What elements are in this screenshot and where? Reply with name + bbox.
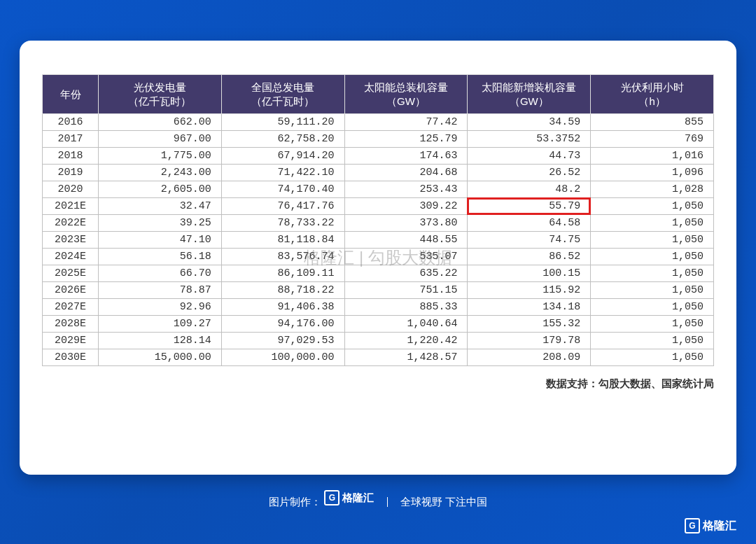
col-header: 光伏发电量（亿千瓦时） xyxy=(99,75,222,114)
value-cell: 62,758.20 xyxy=(221,131,344,148)
value-cell: 59,111.20 xyxy=(221,114,344,131)
value-cell: 1,050 xyxy=(591,333,714,349)
value-cell: 32.47 xyxy=(99,198,222,215)
year-cell: 2018 xyxy=(43,148,99,165)
value-cell: 1,428.57 xyxy=(344,349,468,366)
tagline: 全球视野 下注中国 xyxy=(400,496,487,508)
value-cell: 109.27 xyxy=(99,316,222,333)
logo-icon xyxy=(685,518,700,533)
col-header: 太阳能总装机容量（GW） xyxy=(344,75,468,114)
value-cell: 78,733.22 xyxy=(221,215,344,232)
value-cell: 1,040.64 xyxy=(344,316,468,333)
year-cell: 2017 xyxy=(43,131,99,148)
credit-label: 图片制作： xyxy=(269,496,321,508)
divider xyxy=(387,497,388,507)
value-cell: 1,016 xyxy=(591,148,714,165)
year-cell: 2030E xyxy=(43,349,99,366)
table-row: 2026E78.8788,718.22751.15115.921,050 xyxy=(43,282,714,299)
value-cell: 885.33 xyxy=(344,299,468,316)
value-cell: 56.18 xyxy=(99,249,222,265)
value-cell: 1,050 xyxy=(591,265,714,282)
table-row: 20202,605.0074,170.40253.4348.21,028 xyxy=(43,181,714,198)
value-cell: 855 xyxy=(591,114,714,131)
table-row: 2016662.0059,111.2077.4234.59855 xyxy=(43,114,714,131)
value-cell: 15,000.00 xyxy=(99,349,222,366)
value-cell: 1,096 xyxy=(591,165,714,181)
table-row: 2025E66.7086,109.11635.22100.151,050 xyxy=(43,265,714,282)
value-cell: 662.00 xyxy=(99,114,222,131)
value-cell: 86.52 xyxy=(468,249,591,265)
value-cell: 94,176.00 xyxy=(221,316,344,333)
year-cell: 2027E xyxy=(43,299,99,316)
value-cell: 100,000.00 xyxy=(221,349,344,366)
value-cell: 77.42 xyxy=(344,114,468,131)
value-cell: 208.09 xyxy=(468,349,591,366)
value-cell: 67,914.20 xyxy=(221,148,344,165)
value-cell: 128.14 xyxy=(99,333,222,349)
year-cell: 2020 xyxy=(43,181,99,198)
value-cell: 100.15 xyxy=(468,265,591,282)
table-row: 2023E47.1081,118.84448.5574.751,050 xyxy=(43,232,714,249)
value-cell: 78.87 xyxy=(99,282,222,299)
value-cell: 1,050 xyxy=(591,198,714,215)
year-cell: 2016 xyxy=(43,114,99,131)
col-header: 太阳能新增装机容量（GW） xyxy=(468,75,591,114)
value-cell: 55.79 xyxy=(468,198,591,215)
footer-bar: 图片制作： 格隆汇 全球视野 下注中国 xyxy=(0,490,756,509)
value-cell: 1,775.00 xyxy=(99,148,222,165)
value-cell: 97,029.53 xyxy=(221,333,344,349)
value-cell: 309.22 xyxy=(344,198,468,215)
col-header: 全国总发电量（亿千瓦时） xyxy=(221,75,344,114)
table-row: 2030E15,000.00100,000.001,428.57208.091,… xyxy=(43,349,714,366)
value-cell: 39.25 xyxy=(99,215,222,232)
value-cell: 2,605.00 xyxy=(99,181,222,198)
value-cell: 81,118.84 xyxy=(221,232,344,249)
year-cell: 2025E xyxy=(43,265,99,282)
value-cell: 53.3752 xyxy=(468,131,591,148)
corner-logo: 格隆汇 xyxy=(685,518,736,533)
data-source-label: 数据支持：勾股大数据、国家统计局 xyxy=(42,377,714,391)
value-cell: 253.43 xyxy=(344,181,468,198)
value-cell: 34.59 xyxy=(468,114,591,131)
value-cell: 2,243.00 xyxy=(99,165,222,181)
value-cell: 373.80 xyxy=(344,215,468,232)
value-cell: 1,220.42 xyxy=(344,333,468,349)
value-cell: 47.10 xyxy=(99,232,222,249)
value-cell: 74,170.40 xyxy=(221,181,344,198)
page-root: 年份光伏发电量（亿千瓦时）全国总发电量（亿千瓦时）太阳能总装机容量（GW）太阳能… xyxy=(0,0,756,544)
col-header: 年份 xyxy=(43,75,99,114)
value-cell: 769 xyxy=(591,131,714,148)
table-row: 2029E128.1497,029.531,220.42179.781,050 xyxy=(43,333,714,349)
value-cell: 71,422.10 xyxy=(221,165,344,181)
value-cell: 1,028 xyxy=(591,181,714,198)
col-header: 光伏利用小时（h） xyxy=(591,75,714,114)
table-row: 2027E92.9691,406.38885.33134.181,050 xyxy=(43,299,714,316)
value-cell: 134.18 xyxy=(468,299,591,316)
logo-icon xyxy=(324,490,340,505)
year-cell: 2029E xyxy=(43,333,99,349)
value-cell: 751.15 xyxy=(344,282,468,299)
table-row: 2024E56.1883,576.74535.0786.521,050 xyxy=(43,249,714,265)
year-cell: 2019 xyxy=(43,165,99,181)
content-panel: 年份光伏发电量（亿千瓦时）全国总发电量（亿千瓦时）太阳能总装机容量（GW）太阳能… xyxy=(20,41,736,475)
value-cell: 1,050 xyxy=(591,215,714,232)
value-cell: 26.52 xyxy=(468,165,591,181)
value-cell: 91,406.38 xyxy=(221,299,344,316)
value-cell: 92.96 xyxy=(99,299,222,316)
table-row: 20181,775.0067,914.20174.6344.731,016 xyxy=(43,148,714,165)
brand-logo: 格隆汇 xyxy=(324,490,374,505)
value-cell: 125.79 xyxy=(344,131,468,148)
table-header: 年份光伏发电量（亿千瓦时）全国总发电量（亿千瓦时）太阳能总装机容量（GW）太阳能… xyxy=(43,75,714,114)
brand-name: 格隆汇 xyxy=(342,491,374,505)
value-cell: 174.63 xyxy=(344,148,468,165)
year-cell: 2023E xyxy=(43,232,99,249)
value-cell: 44.73 xyxy=(468,148,591,165)
value-cell: 967.00 xyxy=(99,131,222,148)
value-cell: 86,109.11 xyxy=(221,265,344,282)
year-cell: 2028E xyxy=(43,316,99,333)
value-cell: 155.32 xyxy=(468,316,591,333)
value-cell: 1,050 xyxy=(591,299,714,316)
value-cell: 535.07 xyxy=(344,249,468,265)
value-cell: 1,050 xyxy=(591,316,714,333)
value-cell: 204.68 xyxy=(344,165,468,181)
